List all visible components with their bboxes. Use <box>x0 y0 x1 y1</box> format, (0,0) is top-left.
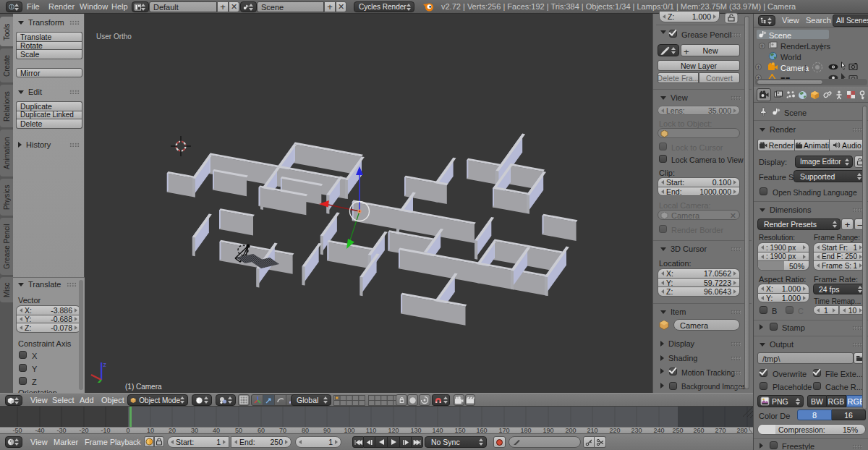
svg-text:170: 170 <box>498 427 509 434</box>
svg-text:10: 10 <box>147 427 154 434</box>
svg-text:140: 140 <box>432 427 443 434</box>
svg-text:150: 150 <box>454 427 465 434</box>
svg-text:70: 70 <box>279 427 286 434</box>
svg-text:250: 250 <box>672 427 683 434</box>
svg-text:280: 280 <box>736 427 747 434</box>
svg-text:200: 200 <box>565 427 576 434</box>
svg-text:180: 180 <box>520 427 531 434</box>
svg-text:-50: -50 <box>12 427 22 434</box>
svg-text:z: z <box>103 361 107 368</box>
svg-text:50: 50 <box>235 427 242 434</box>
svg-text:60: 60 <box>258 427 265 434</box>
svg-text:80: 80 <box>302 427 309 434</box>
svg-text:-30: -30 <box>56 427 66 434</box>
svg-text:120: 120 <box>388 427 399 434</box>
svg-text:-10: -10 <box>101 427 110 434</box>
svg-text:210: 210 <box>587 427 597 434</box>
svg-text:-20: -20 <box>79 427 88 434</box>
svg-text:30: 30 <box>191 427 198 434</box>
svg-text:20: 20 <box>169 427 176 434</box>
svg-text:0: 0 <box>126 427 129 434</box>
svg-text:90: 90 <box>323 427 331 434</box>
svg-text:40: 40 <box>213 427 220 434</box>
svg-text:110: 110 <box>366 427 376 434</box>
svg-text:-40: -40 <box>35 427 44 434</box>
svg-text:160: 160 <box>476 427 487 434</box>
svg-text:240: 240 <box>653 427 664 434</box>
svg-text:190: 190 <box>542 427 553 434</box>
svg-text:130: 130 <box>410 427 421 434</box>
svg-text:100: 100 <box>344 427 354 434</box>
svg-text:230: 230 <box>631 427 642 434</box>
svg-text:260: 260 <box>693 427 704 434</box>
svg-text:220: 220 <box>609 427 620 434</box>
svg-text:270: 270 <box>715 427 726 434</box>
